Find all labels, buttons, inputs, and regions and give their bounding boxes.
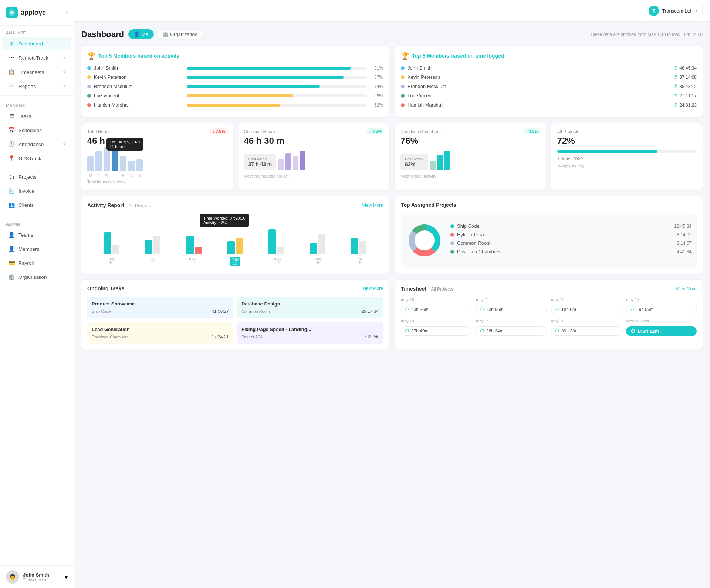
sidebar-item-members[interactable]: 👤 Members xyxy=(2,242,71,256)
project-legend: Ship Code 12:45:34 Hyleon Tetra 8:14:07 … xyxy=(450,223,692,257)
bar-label-w: W xyxy=(104,173,110,178)
clock-icon: ⏱ xyxy=(405,307,409,312)
member-name: Hamish Marshall xyxy=(94,102,184,108)
teams-icon: 👤 xyxy=(8,232,15,238)
member-dot xyxy=(401,94,405,98)
day-bar-10 xyxy=(104,229,119,254)
bar-label-f: F xyxy=(120,173,126,178)
ts-may14: may 14 ⏱ 37h 49m xyxy=(401,319,471,336)
stat-sublabel: Most project activity xyxy=(400,174,540,178)
activity-view-more[interactable]: View More xyxy=(362,203,383,208)
day-bar-14 xyxy=(268,229,284,254)
sidebar-item-organization[interactable]: 🏢 Organization xyxy=(2,270,71,284)
clock-icon-weekly: ⏱ xyxy=(630,328,635,334)
member-dot xyxy=(401,66,405,70)
company-selector[interactable]: T Transcom Ltd. ▾ xyxy=(644,3,703,18)
sidebar-item-label: Tasks xyxy=(18,114,31,119)
task-name: Product Showcase xyxy=(92,301,229,307)
trophy-icon-time: 🏆 xyxy=(401,52,409,60)
sidebar-item-payroll[interactable]: 💳 Payroll xyxy=(2,256,71,270)
ts-weekly-total: Weekly Total ⏱ 148h 12m xyxy=(626,319,697,336)
stat-badge: ↓ 7.5% xyxy=(210,128,228,134)
page-title: Dashboard xyxy=(81,30,124,39)
legend-name: Ship Code xyxy=(457,223,674,229)
collapse-button[interactable]: ‹ xyxy=(66,9,68,16)
dot-common-room xyxy=(450,241,454,245)
task-time: 29:17:34 xyxy=(361,309,379,314)
clock-icon: ⏱ xyxy=(673,93,678,98)
clock-icon: ⏱ xyxy=(480,328,484,334)
clock-icon: ⏱ xyxy=(673,102,678,108)
sidebar-item-gpstrack[interactable]: 📍 GPSTrack xyxy=(2,152,71,165)
sidebar-item-label: Reports xyxy=(18,84,36,89)
activity-report-title: Activity Report xyxy=(87,202,124,208)
task-project: Project AGI xyxy=(241,335,262,339)
member-dot xyxy=(87,75,91,79)
sidebar-item-timesheets[interactable]: 📋 Timesheets ▾ xyxy=(2,65,71,79)
day-bar-12 xyxy=(186,229,202,254)
sidebar-item-invoice[interactable]: 🧾 Invoice xyxy=(2,184,71,197)
sidebar-item-label: Clients xyxy=(18,202,34,208)
member-dot xyxy=(401,75,405,79)
stat-sublabel: Today's activity xyxy=(557,163,697,168)
ts-may16: may 16 ⏱ 39h 33m xyxy=(551,319,622,336)
sidebar-item-teams[interactable]: 👤 Teams xyxy=(2,228,71,241)
user-section[interactable]: 👨 John Smith Transcom Ltd. ▾ xyxy=(0,565,74,588)
stat-value: 76% xyxy=(400,136,540,146)
reports-icon: 📄 xyxy=(8,83,15,89)
member-name: John Smith xyxy=(94,65,184,71)
task-time: 17:34:21 xyxy=(212,334,229,339)
dot-hyleon xyxy=(450,233,454,237)
tab-organization[interactable]: 🏢 Organization xyxy=(157,29,203,39)
ts-time: ⏱ 28h 34m xyxy=(476,326,547,336)
sidebar-item-projects[interactable]: 🗂 Projects xyxy=(2,170,71,183)
member-row: John Smith 91% xyxy=(87,65,383,71)
progress-area xyxy=(557,150,697,153)
timesheet-card: Timesheet All Projects View More may 10 … xyxy=(395,280,703,350)
legend-common-room: Common Room 8:14:07 xyxy=(450,240,692,246)
member-row: Kevin Peterson 87% xyxy=(87,74,383,80)
last-week-box: Last week 37 h 43 m xyxy=(244,154,277,170)
stat-sublabel: Total hours this week xyxy=(87,180,227,184)
company-name: Transcom Ltd. xyxy=(662,8,693,14)
trophy-icon: 🏆 xyxy=(87,52,95,60)
legend-time: 8:14:07 xyxy=(677,241,692,246)
tab-me[interactable]: 👤 Me xyxy=(128,29,154,39)
task-name: Lead Generation xyxy=(92,327,229,332)
svg-point-5 xyxy=(415,231,434,250)
legend-time: 4:41:34 xyxy=(677,249,692,254)
sidebar-item-label: Members xyxy=(18,246,39,252)
sidebar-item-label: Invoice xyxy=(18,188,34,194)
task-project: Ship Code xyxy=(92,309,111,314)
projects-icon: 🗂 xyxy=(8,174,15,180)
tasks-view-more[interactable]: View More xyxy=(362,286,383,291)
sidebar-item-remotetrack[interactable]: 〜 RemoteTrack ▾ xyxy=(2,51,71,65)
member-row: Brendon Mcculum ⏱ 35:43:12 xyxy=(401,84,697,89)
progress-bar xyxy=(187,104,367,107)
time-members-list: John Smith ⏱ 48:45:34 Kevin Peterson ⏱ 3… xyxy=(401,65,697,108)
member-dot xyxy=(87,94,91,98)
sidebar-item-reports[interactable]: 📄 Reports ▾ xyxy=(2,80,71,93)
clock-icon: ⏱ xyxy=(673,75,678,80)
ts-date: may 13 xyxy=(626,297,697,302)
legend-name: Hyleon Tetra xyxy=(457,232,677,237)
ts-weekly-time: ⏱ 148h 12m xyxy=(626,326,697,336)
admin-label: Admin xyxy=(0,217,74,228)
clock-icon: ⏱ xyxy=(405,328,409,334)
timesheet-view-more[interactable]: View More xyxy=(676,286,697,291)
day-bar-16 xyxy=(351,229,366,254)
sidebar-item-tasks[interactable]: ☰ Tasks xyxy=(2,109,71,123)
task-project: Davidson Chambers xyxy=(92,335,129,339)
member-name: Brendon Mcculum xyxy=(408,84,670,89)
member-pct: 52% xyxy=(370,102,383,108)
sidebar-item-dashboard[interactable]: ⊞ Dashboard xyxy=(2,37,71,50)
ongoing-tasks-title: Ongoing Tasks xyxy=(87,285,124,291)
member-dot xyxy=(87,85,91,88)
date-label-11: may11 xyxy=(149,257,156,266)
member-name: Kevin Peterson xyxy=(408,74,670,80)
stat-label: Davidson Chambers xyxy=(400,129,540,134)
sidebar-item-clients[interactable]: 👥 Clients xyxy=(2,198,71,212)
sidebar-item-schedules[interactable]: 📅 Schedules xyxy=(2,124,71,137)
task-lead-generation: Lead Generation Davidson Chambers 17:34:… xyxy=(87,322,233,344)
sidebar-item-attendance[interactable]: 🕐 Attendance ▾ xyxy=(2,138,71,151)
